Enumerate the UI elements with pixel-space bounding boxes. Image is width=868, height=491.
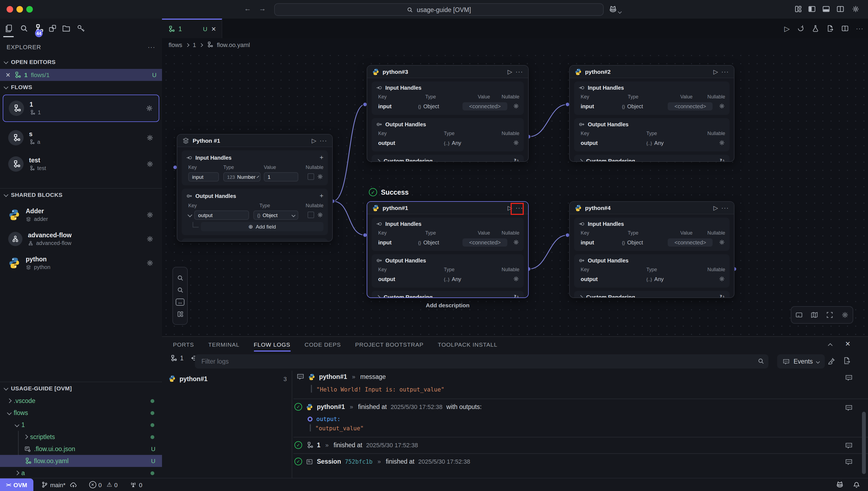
handle-gear-icon[interactable]	[317, 211, 323, 218]
filter-logs-input[interactable]	[195, 354, 768, 369]
tab-close-icon[interactable]: ✕	[211, 25, 216, 32]
expand-row-chevron[interactable]	[188, 213, 192, 217]
export-view-icon[interactable]	[826, 25, 834, 32]
refresh-icon[interactable]: ↻	[720, 294, 725, 298]
zoom-out-icon[interactable]	[177, 286, 184, 293]
fit-view-icon[interactable]: ↔	[176, 298, 185, 306]
node-more-button[interactable]: ···	[516, 68, 523, 75]
log-row-flow-finished[interactable]: ✓ 1» finished at 2025/5/30 17:52:38	[294, 441, 418, 449]
node-python1[interactable]: python#1 ▷··· Input Handles KeyTypeValue…	[367, 201, 529, 298]
search-icon[interactable]	[20, 24, 28, 33]
notifications-bell-icon[interactable]	[853, 481, 860, 489]
close-editor-icon[interactable]: ✕	[5, 71, 10, 79]
test-flask-icon[interactable]	[812, 25, 819, 32]
block-settings-gear-icon[interactable]	[146, 211, 154, 219]
node-run-button[interactable]: ▷	[508, 68, 512, 75]
handle-gear-icon[interactable]	[513, 276, 519, 282]
ports-item[interactable]: 0	[130, 481, 142, 488]
tree-item-flow-oo-yaml[interactable]: flow.oo.yamlU	[0, 455, 162, 467]
node-python3[interactable]: python#3 ▷··· Input Handles KeyTypeValue…	[367, 65, 529, 162]
export-logs-icon[interactable]	[843, 356, 851, 365]
custom-rendering-section[interactable]: Custom Rendering↻	[574, 155, 730, 162]
nav-forward-icon[interactable]: →	[259, 4, 266, 12]
flow-item-s[interactable]: s a	[3, 125, 159, 150]
type-dropdown[interactable]: {}Object	[253, 210, 298, 220]
flow-settings-gear-icon[interactable]	[145, 105, 153, 112]
tab-terminal[interactable]: TERMINAL	[208, 341, 239, 352]
breadcrumb-file[interactable]: flow.oo.yaml	[217, 41, 250, 48]
shared-block-adder[interactable]: Adder adder	[3, 203, 159, 226]
handle-gear-icon[interactable]	[718, 139, 725, 146]
run-flow-icon[interactable]: ▷	[784, 24, 790, 32]
minimize-window-button[interactable]	[17, 6, 23, 12]
problems-item[interactable]: ✕0 ⚠0	[89, 481, 117, 488]
flow-settings-gear-icon[interactable]	[146, 160, 154, 168]
sync-cloud-icon[interactable]	[69, 481, 77, 489]
node-more-button[interactable]: ···	[721, 204, 729, 211]
canvas-settings-gear-icon[interactable]	[841, 311, 849, 319]
refresh-icon[interactable]: ↻	[514, 294, 519, 298]
folder-icon[interactable]	[62, 24, 71, 33]
node-more-button[interactable]: ···	[320, 137, 327, 144]
nullable-checkbox[interactable]	[307, 211, 314, 218]
node-run-button[interactable]: ▷	[312, 137, 316, 144]
handle-gear-icon[interactable]	[317, 173, 323, 180]
log-source-item[interactable]: python#1 3	[168, 375, 287, 382]
tab-ports[interactable]: PORTS	[173, 341, 194, 352]
auto-layout-icon[interactable]	[177, 310, 184, 317]
log-row-message[interactable]: python#1» message	[297, 373, 386, 380]
handle-gear-icon[interactable]	[718, 103, 725, 109]
tree-item-a[interactable]: a	[0, 467, 162, 479]
custom-rendering-section[interactable]: Custom Rendering↻	[372, 291, 524, 298]
node-run-button[interactable]: ▷	[713, 68, 718, 75]
handle-gear-icon[interactable]	[513, 103, 519, 109]
scriptlet-section[interactable]: Scriptlet	[182, 238, 328, 242]
add-description-button[interactable]: Add description	[367, 302, 529, 308]
log-row-node-finished[interactable]: ✓ python#1» finished at 2025/5/30 17:52:…	[294, 403, 482, 411]
shared-blocks-header[interactable]: SHARED BLOCKS	[4, 191, 62, 198]
node-more-button[interactable]: ···	[721, 68, 729, 75]
git-branch-item[interactable]: main*	[41, 481, 77, 489]
node-python-1-main[interactable]: Python #1 ▷ ··· Input Handles+ KeyTypeVa…	[177, 134, 333, 242]
tab-flow-1[interactable]: 1 U ✕	[162, 19, 222, 38]
minimap-icon[interactable]	[811, 311, 818, 319]
copilot-icon[interactable]	[608, 5, 617, 14]
node-python2[interactable]: python#2 ▷··· Input Handles KeyTypeValue…	[569, 65, 734, 162]
log-comment-bubble-icon[interactable]	[845, 374, 853, 382]
breadcrumb-1[interactable]: 1	[193, 41, 196, 48]
flow-item-test[interactable]: test test	[3, 151, 159, 177]
clear-logs-broom-icon[interactable]	[828, 357, 836, 365]
handle-gear-icon[interactable]	[513, 139, 519, 146]
open-editors-header[interactable]: OPEN EDITORS	[4, 58, 56, 65]
flow-item-1[interactable]: 1 1	[3, 94, 159, 122]
breadcrumb[interactable]: flows 1 flow.oo.yaml	[162, 38, 868, 51]
blocks-icon[interactable]	[48, 24, 57, 33]
tab-code-deps[interactable]: CODE DEPS	[304, 341, 341, 352]
log-comment-bubble-icon[interactable]	[845, 458, 853, 466]
console-panel-icon[interactable]	[795, 311, 803, 319]
toggle-panel-icon[interactable]	[822, 5, 830, 13]
toggle-secondary-sidebar-icon[interactable]	[836, 5, 844, 13]
custom-rendering-section[interactable]: Custom Rendering↻	[372, 155, 524, 162]
node-python4[interactable]: python#4 ▷··· Input Handles KeyTypeValue…	[569, 201, 734, 298]
zoom-in-icon[interactable]	[177, 274, 184, 281]
flows-section-header[interactable]: FLOWS	[4, 84, 32, 90]
tree-item-vscode[interactable]: .vscode	[0, 395, 162, 407]
rerun-icon[interactable]	[797, 25, 805, 32]
copilot-status-icon[interactable]	[836, 481, 844, 489]
node-run-button[interactable]: ▷	[713, 204, 718, 211]
nullable-checkbox[interactable]	[307, 173, 314, 180]
log-row-session-finished[interactable]: ✓ Session 752bfc1b » finished at 2025/5/…	[294, 458, 470, 465]
value-field[interactable]: 1	[264, 172, 298, 181]
remote-indicator[interactable]: >< OVM	[0, 478, 33, 491]
panel-close-icon[interactable]: ✕	[845, 340, 850, 348]
workspace-section-header[interactable]: USAGE-GUIDE [OVM]	[4, 385, 72, 392]
key-field[interactable]: output	[194, 210, 249, 220]
split-editor-icon[interactable]	[841, 25, 849, 32]
flow-settings-gear-icon[interactable]	[146, 134, 154, 142]
customize-layout-icon[interactable]	[794, 5, 802, 13]
custom-rendering-section[interactable]: Custom Rendering↻	[574, 291, 730, 298]
fullscreen-icon[interactable]	[826, 311, 834, 319]
handle-gear-icon[interactable]	[718, 276, 725, 282]
layout-settings-gear-icon[interactable]	[851, 5, 860, 13]
